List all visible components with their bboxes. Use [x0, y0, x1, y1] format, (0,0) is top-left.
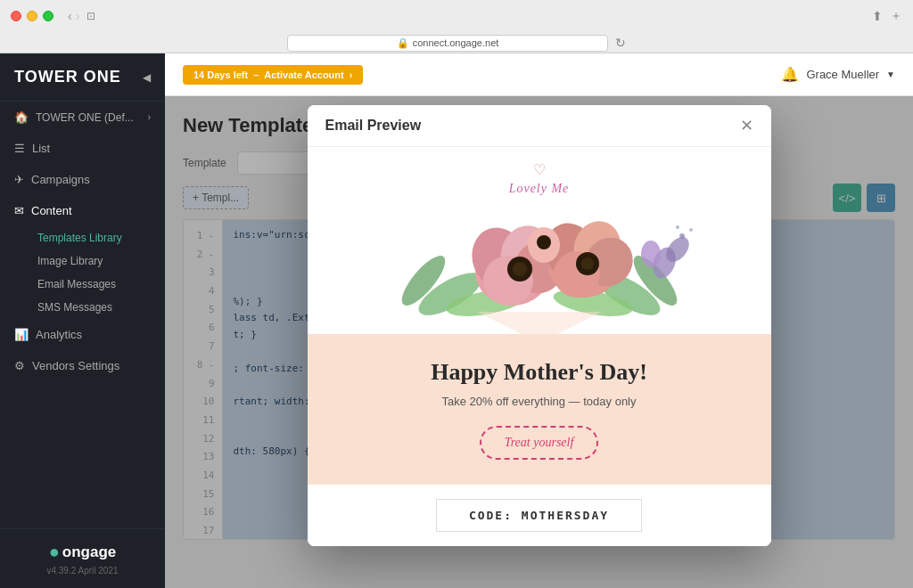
trial-cta: Activate Account: [264, 69, 343, 80]
user-name: Grace Mueller: [806, 68, 879, 81]
modal-header: Email Preview ✕: [308, 105, 771, 147]
treat-yourself-label: Treat yourself: [505, 436, 574, 449]
main-content: 14 Days left – Activate Account › 🔔 Grac…: [165, 53, 913, 588]
trial-separator: –: [253, 69, 259, 80]
svg-point-8: [641, 241, 661, 267]
svg-point-15: [513, 262, 527, 276]
home-label: TOWER ONE (Def...: [36, 111, 134, 124]
top-bar: 14 Days left – Activate Account › 🔔 Grac…: [165, 53, 913, 96]
submenu-item-sms[interactable]: SMS Messages: [0, 296, 165, 319]
submenu-item-email[interactable]: Email Messages: [0, 273, 165, 296]
analytics-label: Analytics: [36, 328, 82, 341]
email-footer: CODE: MOTHERSDAY: [308, 485, 771, 546]
coupon-text: CODE: MOTHERSDAY: [469, 509, 609, 522]
version-text: v4.39.2 April 2021: [12, 566, 152, 576]
email-body: Happy Mother's Day! Take 20% off everyth…: [308, 334, 771, 485]
trial-arrow-icon: ›: [350, 69, 353, 80]
sidebar-item-content[interactable]: ✉ Content: [0, 195, 165, 226]
refresh-button[interactable]: ↻: [615, 36, 626, 50]
email-brand-header: ♡ Lovely Me: [308, 147, 771, 196]
modal-body: ♡ Lovely Me: [308, 147, 771, 546]
mothers-day-headline: Happy Mother's Day!: [343, 359, 736, 386]
browser-action-share[interactable]: ⬆: [872, 9, 883, 23]
trial-badge[interactable]: 14 Days left – Activate Account ›: [183, 65, 363, 85]
svg-point-25: [679, 233, 685, 239]
content-icon: ✉: [14, 204, 24, 217]
traffic-light-red[interactable]: [11, 11, 21, 21]
sidebar-brand-area: TOWER ONE ◀: [0, 53, 165, 102]
sidebar: TOWER ONE ◀ 🏠 TOWER ONE (Def... › ☰ List…: [0, 53, 165, 588]
sidebar-item-home[interactable]: 🏠 TOWER ONE (Def... ›: [0, 102, 165, 133]
email-heart-icon: ♡: [325, 161, 753, 178]
sidebar-item-campaigns[interactable]: ✈ Campaigns: [0, 164, 165, 195]
modal-overlay[interactable]: Email Preview ✕ ♡ Lovely Me: [165, 96, 913, 588]
traffic-light-green[interactable]: [43, 11, 53, 21]
page-content: New Template Template + Templ... </> ⊞: [165, 96, 913, 588]
trial-text: 14 Days left: [193, 69, 248, 80]
window-controls: ⊡: [86, 10, 95, 22]
campaigns-label: Campaigns: [31, 173, 90, 186]
browser-address-bar: 🔒 connect.ongage.net ↻: [0, 32, 913, 53]
chevron-right-icon: ›: [148, 112, 151, 122]
modal-title: Email Preview: [325, 118, 422, 134]
svg-point-22: [581, 257, 594, 270]
sidebar-collapse-button[interactable]: ◀: [143, 71, 151, 84]
forward-button[interactable]: ›: [76, 9, 80, 23]
email-preview-modal: Email Preview ✕ ♡ Lovely Me: [308, 105, 771, 546]
logo-dot-icon: ●: [49, 542, 60, 562]
svg-point-27: [676, 225, 679, 229]
submenu-item-image[interactable]: Image Library: [0, 249, 165, 273]
mothers-day-subtitle: Take 20% off everything — today only: [343, 395, 736, 408]
list-label: List: [32, 142, 50, 155]
floral-banner: [308, 196, 771, 334]
floral-illustration: [308, 196, 771, 334]
ongage-logo: ● ongage: [12, 542, 152, 562]
user-area: 🔔 Grace Mueller ▼: [781, 66, 895, 83]
coupon-box: CODE: MOTHERSDAY: [436, 499, 642, 532]
content-submenu: Templates Library Image Library Email Me…: [0, 226, 165, 319]
app-wrapper: TOWER ONE ◀ 🏠 TOWER ONE (Def... › ☰ List…: [0, 53, 913, 588]
browser-chrome: ‹ › ⊡ ⬆ ＋ 🔒 connect.ongage.net ↻: [0, 0, 913, 53]
brand-name: TOWER ONE: [14, 68, 121, 86]
list-icon: ☰: [14, 142, 25, 155]
analytics-icon: 📊: [14, 328, 29, 341]
traffic-light-yellow[interactable]: [27, 11, 37, 21]
browser-action-new-tab[interactable]: ＋: [890, 8, 902, 24]
modal-close-button[interactable]: ✕: [740, 118, 753, 134]
svg-point-24: [537, 235, 551, 249]
svg-point-26: [689, 228, 693, 232]
submenu-item-templates[interactable]: Templates Library: [0, 226, 165, 249]
sidebar-item-analytics[interactable]: 📊 Analytics: [0, 319, 165, 350]
traffic-lights: [11, 11, 53, 21]
user-chevron-icon[interactable]: ▼: [886, 69, 895, 79]
email-brand-name: Lovely Me: [325, 182, 753, 196]
sidebar-item-list[interactable]: ☰ List: [0, 133, 165, 164]
sidebar-footer: ● ongage v4.39.2 April 2021: [0, 528, 165, 588]
browser-title-bar: ‹ › ⊡ ⬆ ＋: [0, 0, 913, 32]
sidebar-nav: 🏠 TOWER ONE (Def... › ☰ List ✈ Campaigns…: [0, 102, 165, 528]
browser-nav-buttons: ‹ ›: [68, 9, 79, 23]
url-text: connect.ongage.net: [413, 37, 499, 48]
logo-text: ongage: [62, 543, 116, 561]
home-icon: 🏠: [14, 110, 29, 124]
campaigns-icon: ✈: [14, 173, 24, 186]
content-label: Content: [31, 204, 72, 217]
sidebar-item-vendors[interactable]: ⚙ Vendors Settings: [0, 350, 165, 381]
back-button[interactable]: ‹: [68, 9, 72, 23]
bell-icon[interactable]: 🔔: [781, 66, 799, 83]
window-resize-button[interactable]: ⊡: [86, 10, 95, 22]
vendors-icon: ⚙: [14, 359, 25, 372]
treat-yourself-button[interactable]: Treat yourself: [480, 426, 599, 460]
lock-icon: 🔒: [397, 37, 409, 49]
address-bar[interactable]: 🔒 connect.ongage.net: [287, 35, 608, 52]
vendors-label: Vendors Settings: [32, 359, 119, 372]
